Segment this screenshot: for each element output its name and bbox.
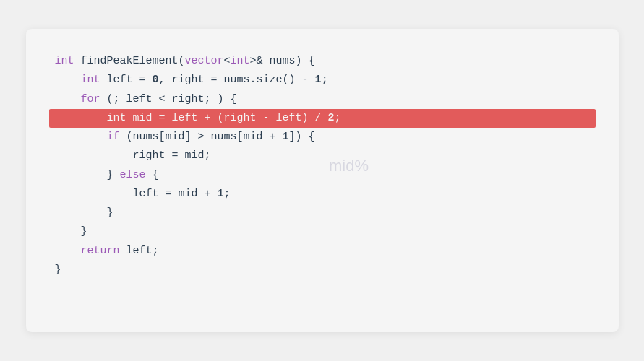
code-line-2: int left = 0, right = nums.size() - 1; — [55, 71, 590, 90]
code-line-12: } — [55, 261, 590, 279]
function-name: findPeakElement — [81, 52, 179, 71]
code-line-1: int findPeakElement(vector<int>& nums) { — [55, 52, 590, 71]
code-line-9: } — [55, 204, 590, 222]
code-line-10: } — [55, 222, 590, 241]
code-line-8: left = mid + 1; — [55, 185, 590, 204]
code-line-7: } else { — [55, 166, 590, 185]
code-line-4-highlighted: int mid = left + (right - left) / 2; — [55, 109, 590, 128]
keyword-int: int — [55, 52, 81, 71]
code-block: int findPeakElement(vector<int>& nums) {… — [55, 52, 590, 279]
code-line-11: return left; — [55, 242, 590, 261]
code-line-6: right = mid; — [55, 147, 590, 165]
code-container: int findPeakElement(vector<int>& nums) {… — [26, 29, 619, 332]
code-line-5: if (nums[mid] > nums[mid + 1]) { — [55, 128, 590, 147]
code-line-3: for (; left < right; ) { — [55, 90, 590, 109]
